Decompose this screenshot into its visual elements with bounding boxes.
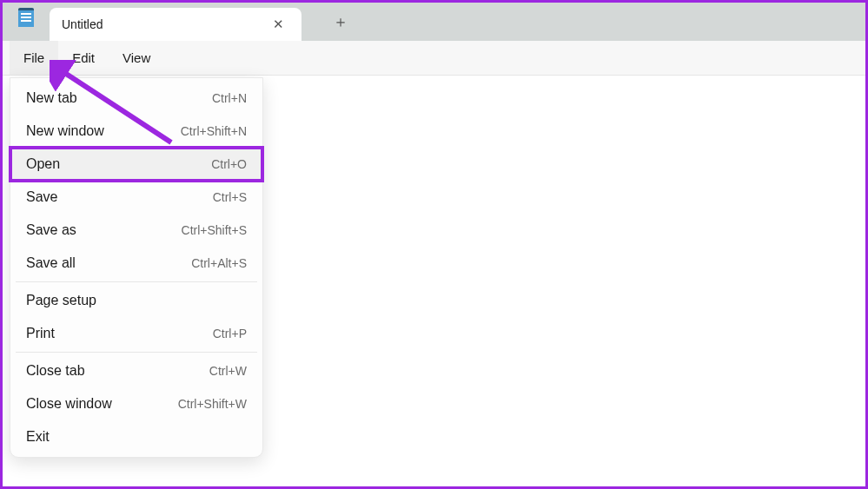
file-menu-dropdown: New tabCtrl+NNew windowCtrl+Shift+NOpenC… bbox=[10, 77, 263, 458]
menu-item-label: Print bbox=[26, 326, 55, 341]
menu-item-shortcut: Ctrl+Alt+S bbox=[191, 256, 247, 270]
menu-item-label: New tab bbox=[26, 90, 77, 106]
menu-item-save[interactable]: SaveCtrl+S bbox=[10, 181, 262, 214]
menu-item-close-window[interactable]: Close windowCtrl+Shift+W bbox=[10, 387, 262, 420]
menu-item-label: Close window bbox=[26, 396, 112, 412]
menu-item-label: Page setup bbox=[26, 293, 96, 308]
menu-item-shortcut: Ctrl+N bbox=[212, 91, 247, 105]
menu-item-new-window[interactable]: New windowCtrl+Shift+N bbox=[10, 115, 262, 148]
menu-item-save-all[interactable]: Save allCtrl+Alt+S bbox=[10, 247, 262, 280]
menu-divider bbox=[16, 281, 257, 282]
menu-item-save-as[interactable]: Save asCtrl+Shift+S bbox=[10, 214, 262, 247]
menu-item-label: Open bbox=[26, 156, 60, 172]
menu-divider bbox=[16, 352, 257, 353]
new-tab-button[interactable]: ＋ bbox=[315, 6, 366, 37]
menu-edit[interactable]: Edit bbox=[58, 41, 109, 75]
menu-item-label: Save bbox=[26, 189, 57, 205]
notepad-icon bbox=[18, 8, 34, 27]
tab-title: Untitled bbox=[62, 17, 268, 31]
menu-item-shortcut: Ctrl+W bbox=[209, 364, 247, 378]
menu-item-new-tab[interactable]: New tabCtrl+N bbox=[10, 82, 262, 115]
close-tab-icon[interactable]: ✕ bbox=[268, 15, 289, 34]
menu-item-label: Save as bbox=[26, 222, 76, 238]
menu-item-label: Save all bbox=[26, 255, 76, 271]
menu-item-shortcut: Ctrl+S bbox=[213, 190, 247, 204]
menu-item-close-tab[interactable]: Close tabCtrl+W bbox=[10, 354, 262, 387]
menu-item-shortcut: Ctrl+P bbox=[213, 327, 247, 340]
menu-item-label: New window bbox=[26, 123, 104, 139]
menu-item-label: Close tab bbox=[26, 363, 85, 379]
menu-item-open[interactable]: OpenCtrl+O bbox=[10, 148, 262, 181]
menu-item-shortcut: Ctrl+Shift+N bbox=[181, 124, 247, 138]
menu-item-label: Exit bbox=[26, 429, 50, 445]
document-tab[interactable]: Untitled ✕ bbox=[50, 8, 301, 41]
menu-item-shortcut: Ctrl+O bbox=[211, 157, 247, 171]
menu-item-exit[interactable]: Exit bbox=[10, 420, 262, 453]
menu-file[interactable]: File bbox=[10, 41, 58, 75]
menu-bar: File Edit View bbox=[3, 41, 865, 76]
menu-view[interactable]: View bbox=[109, 41, 164, 75]
menu-item-page-setup[interactable]: Page setup bbox=[10, 284, 262, 317]
menu-item-shortcut: Ctrl+Shift+S bbox=[182, 223, 247, 237]
menu-item-shortcut: Ctrl+Shift+W bbox=[178, 397, 247, 411]
menu-item-print[interactable]: PrintCtrl+P bbox=[10, 317, 262, 350]
title-bar: Untitled ✕ ＋ bbox=[3, 3, 865, 41]
